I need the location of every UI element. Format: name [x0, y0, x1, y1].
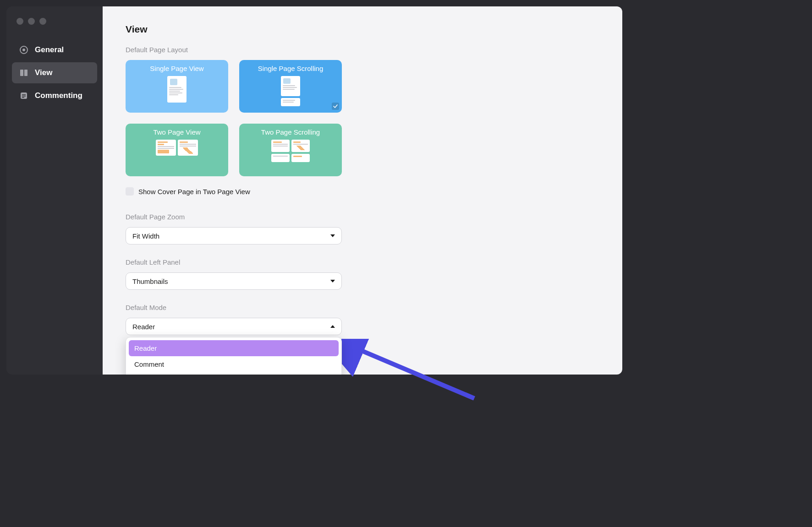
preferences-window: General View Commenting View Default Pag…	[6, 6, 622, 375]
select-value: Thumbnails	[132, 277, 168, 285]
view-icon	[19, 68, 28, 77]
section-label-mode: Default Mode	[126, 304, 599, 311]
section-label-zoom: Default Page Zoom	[126, 213, 599, 221]
chevron-down-icon	[330, 280, 335, 283]
cover-page-checkbox-row[interactable]: Show Cover Page in Two Page View	[126, 187, 599, 196]
default-mode-dropdown: Reader Comment Edit Text & Images	[126, 337, 342, 375]
layout-option-label: Two Page Scrolling	[261, 128, 320, 136]
general-icon	[19, 45, 28, 54]
layout-option-label: Two Page View	[153, 128, 200, 136]
chevron-up-icon	[330, 325, 335, 328]
maximize-window-button[interactable]	[39, 18, 46, 25]
sidebar: General View Commenting	[6, 6, 103, 375]
layout-option-single-page-view[interactable]: Single Page View	[126, 60, 228, 113]
sidebar-item-commenting[interactable]: Commenting	[12, 85, 97, 106]
svg-point-1	[22, 49, 25, 51]
layout-option-single-page-scrolling[interactable]: Single Page Scrolling	[239, 60, 342, 113]
dropdown-option-edit-text-images[interactable]: Edit Text & Images	[129, 372, 339, 375]
commenting-icon	[19, 91, 28, 100]
default-zoom-select[interactable]: Fit Width	[126, 227, 342, 244]
section-label-left-panel: Default Left Panel	[126, 258, 599, 266]
layout-option-label: Single Page Scrolling	[258, 65, 324, 72]
select-value: Reader	[132, 323, 155, 331]
section-label-layout: Default Page Layout	[126, 46, 599, 54]
sidebar-item-label: Commenting	[35, 91, 82, 100]
default-left-panel-select[interactable]: Thumbnails	[126, 272, 342, 290]
window-controls	[16, 18, 46, 25]
svg-rect-7	[22, 97, 24, 98]
sidebar-item-view[interactable]: View	[12, 62, 97, 83]
select-value: Fit Width	[132, 232, 159, 240]
sidebar-item-label: General	[35, 45, 64, 54]
svg-rect-6	[22, 96, 26, 97]
default-mode-select[interactable]: Reader	[126, 318, 342, 335]
sidebar-item-label: View	[35, 68, 52, 77]
chevron-down-icon	[330, 234, 335, 237]
cover-page-checkbox[interactable]	[126, 187, 134, 196]
layout-option-two-page-scrolling[interactable]: Two Page Scrolling	[239, 124, 342, 176]
layout-row-1: Single Page View Single Page Scrolling	[126, 60, 599, 113]
default-mode-wrapper: Reader Reader Comment Edit Text & Images	[126, 318, 599, 335]
svg-rect-5	[22, 94, 26, 95]
minimize-window-button[interactable]	[28, 18, 35, 25]
sidebar-item-general[interactable]: General	[12, 39, 97, 60]
svg-rect-2	[20, 70, 23, 76]
cover-page-checkbox-label: Show Cover Page in Two Page View	[138, 188, 250, 196]
page-title: View	[126, 24, 599, 35]
dropdown-option-reader[interactable]: Reader	[129, 340, 339, 356]
layout-option-two-page-view[interactable]: Two Page View	[126, 124, 228, 176]
close-window-button[interactable]	[16, 18, 23, 25]
dropdown-option-comment[interactable]: Comment	[129, 356, 339, 372]
layout-row-2: Two Page View Two Page Scrolling	[126, 124, 599, 176]
layout-option-label: Single Page View	[150, 65, 203, 72]
svg-rect-3	[24, 70, 27, 76]
selected-checkmark-icon	[332, 103, 339, 110]
main-panel: View Default Page Layout Single Page Vie…	[103, 6, 622, 375]
